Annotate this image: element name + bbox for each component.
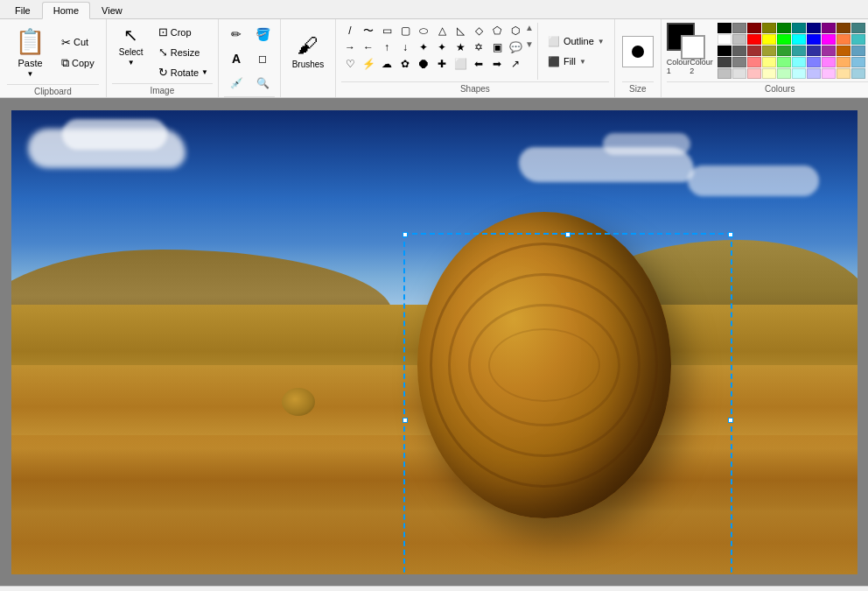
colour-cell-2-2[interactable]: [747, 46, 761, 56]
colour-cell-3-6[interactable]: [807, 57, 821, 67]
shape-heart[interactable]: ♡: [341, 56, 359, 72]
shape-rounded-rect2[interactable]: ▣: [488, 39, 506, 55]
shapes-scroll-down[interactable]: ▼: [525, 39, 534, 55]
colour-cell-3-3[interactable]: [762, 57, 776, 67]
shape-lightning[interactable]: ⚡: [360, 56, 377, 72]
colour-cell-2-9[interactable]: [851, 46, 865, 56]
shape-right-triangle[interactable]: ◺: [452, 23, 469, 39]
colour2-swatch[interactable]: [681, 35, 705, 60]
shape-down-arrow[interactable]: ↓: [396, 39, 414, 55]
shape-pentagon[interactable]: ⬠: [488, 23, 506, 39]
colour-cell-4-0[interactable]: [718, 68, 732, 79]
text-button[interactable]: A: [224, 47, 248, 70]
shape-diamond[interactable]: ◇: [470, 23, 487, 39]
shapes-scroll-up[interactable]: ▲: [525, 23, 534, 39]
colour-cell-0-7[interactable]: [822, 23, 836, 33]
shape-star4[interactable]: ✦: [433, 39, 451, 55]
colour-cell-3-2[interactable]: [747, 57, 761, 67]
shape-rect[interactable]: ▭: [378, 23, 396, 39]
paste-button[interactable]: 📋 Paste ▼: [7, 23, 53, 82]
rotate-button[interactable]: ↻ Rotate ▼: [154, 63, 213, 81]
colour-cell-2-0[interactable]: [718, 46, 732, 56]
colour-cell-3-4[interactable]: [777, 57, 791, 67]
colour-cell-2-6[interactable]: [807, 46, 821, 56]
colour-cell-0-5[interactable]: [792, 23, 806, 33]
colour-cell-1-5[interactable]: [792, 34, 806, 45]
shape-4way-arrow[interactable]: ✦: [415, 39, 432, 55]
colour-cell-1-8[interactable]: [836, 34, 850, 45]
shape-curve[interactable]: 〜: [360, 23, 377, 39]
colour-cell-4-7[interactable]: [822, 68, 836, 79]
crop-button[interactable]: ⊡ Crop: [154, 23, 213, 41]
colour-cell-3-7[interactable]: [822, 57, 836, 67]
colour-cell-3-5[interactable]: [792, 57, 806, 67]
canvas-area[interactable]: [0, 98, 868, 586]
brushes-button[interactable]: 🖌 Brushes: [286, 26, 330, 77]
colour-cell-1-6[interactable]: [807, 34, 821, 45]
colour-cell-1-7[interactable]: [822, 34, 836, 45]
shape-cloud[interactable]: ☁: [378, 56, 396, 72]
color-picker-button[interactable]: 💉: [224, 72, 248, 95]
shape-line[interactable]: /: [341, 23, 359, 39]
magnify-button[interactable]: 🔍: [250, 72, 275, 95]
colour-cell-4-6[interactable]: [807, 68, 821, 79]
shape-octagon[interactable]: ⯃: [415, 56, 432, 72]
outline-button[interactable]: ⬜ Outline ▼: [543, 33, 609, 50]
colour-cell-0-0[interactable]: [718, 23, 732, 33]
colour-cell-4-2[interactable]: [747, 68, 761, 79]
colour-cell-3-1[interactable]: [732, 57, 746, 67]
shape-up-arrow[interactable]: ↑: [378, 39, 396, 55]
shape-rounded-rect[interactable]: ▢: [396, 23, 414, 39]
colour-cell-1-4[interactable]: [777, 34, 791, 45]
colour-cell-2-1[interactable]: [732, 46, 746, 56]
colour-cell-0-4[interactable]: [777, 23, 791, 33]
shape-hexagon[interactable]: ⬡: [507, 23, 524, 39]
colour-cell-0-8[interactable]: [836, 23, 850, 33]
tab-file[interactable]: File: [4, 2, 42, 19]
colour-cell-0-6[interactable]: [807, 23, 821, 33]
pencil-button[interactable]: ✏: [224, 23, 248, 46]
shape-left-arrow[interactable]: ←: [360, 39, 377, 55]
shape-frame[interactable]: ⬜: [452, 56, 469, 72]
shape-flower[interactable]: ✿: [396, 56, 414, 72]
shape-triangle[interactable]: △: [433, 23, 451, 39]
colour-cell-0-3[interactable]: [762, 23, 776, 33]
colour-cell-4-1[interactable]: [732, 68, 746, 79]
shape-star5[interactable]: ★: [452, 39, 469, 55]
shape-curved-arrow[interactable]: ↗: [507, 56, 524, 72]
colour-cell-3-8[interactable]: [836, 57, 850, 67]
colour-cell-1-2[interactable]: [747, 34, 761, 45]
size-swatch[interactable]: [622, 36, 654, 67]
colour-cell-2-8[interactable]: [836, 46, 850, 56]
colour-cell-2-4[interactable]: [777, 46, 791, 56]
colour-cell-4-3[interactable]: [762, 68, 776, 79]
colour-cell-1-3[interactable]: [762, 34, 776, 45]
colour-cell-0-1[interactable]: [732, 23, 746, 33]
colour-cell-4-9[interactable]: [851, 68, 865, 79]
copy-button[interactable]: Copy: [57, 53, 99, 73]
fill-button[interactable]: ⬛ Fill ▼: [543, 53, 609, 70]
shape-right-arrow2[interactable]: ➡: [488, 56, 506, 72]
colour-cell-4-5[interactable]: [792, 68, 806, 79]
colour-cell-4-4[interactable]: [777, 68, 791, 79]
colour-cell-2-7[interactable]: [822, 46, 836, 56]
shape-right-arrow[interactable]: →: [341, 39, 359, 55]
tab-view[interactable]: View: [90, 2, 134, 19]
cut-button[interactable]: Cut: [57, 33, 99, 52]
tab-home[interactable]: Home: [42, 2, 90, 19]
shape-left-arrow2[interactable]: ⬅: [470, 56, 487, 72]
colour-cell-0-9[interactable]: [851, 23, 865, 33]
colour-cell-2-3[interactable]: [762, 46, 776, 56]
shape-callout[interactable]: 💬: [507, 39, 524, 55]
eraser-button[interactable]: ◻: [250, 47, 275, 70]
colour-cell-2-5[interactable]: [792, 46, 806, 56]
colour-cell-3-9[interactable]: [851, 57, 865, 67]
colour-cell-0-2[interactable]: [747, 23, 761, 33]
colour-cell-4-8[interactable]: [836, 68, 850, 79]
shape-cross[interactable]: ✚: [433, 56, 451, 72]
colour-cell-3-0[interactable]: [718, 57, 732, 67]
fill-tool-button[interactable]: 🪣: [250, 23, 275, 46]
colour-cell-1-0[interactable]: [718, 34, 732, 45]
shape-ellipse[interactable]: ⬭: [415, 23, 432, 39]
colour-cell-1-1[interactable]: [732, 34, 746, 45]
